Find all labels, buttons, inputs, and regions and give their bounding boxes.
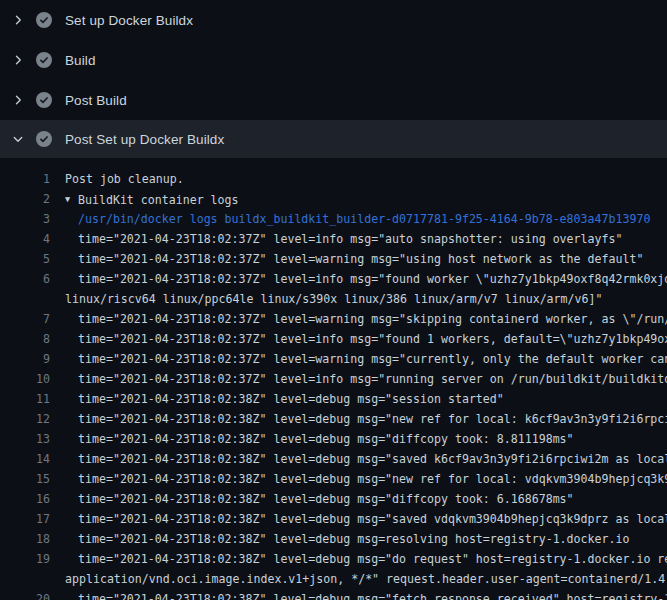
log-line: 5 time="2021-04-23T18:02:37Z" level=warn… (0, 249, 667, 269)
line-number[interactable]: 20 (0, 589, 50, 600)
line-number[interactable]: 14 (0, 449, 50, 469)
line-number[interactable]: 15 (0, 469, 50, 489)
step-header-post-set-up-docker-buildx[interactable]: Post Set up Docker Buildx (0, 120, 667, 158)
log-text: time="2021-04-23T18:02:37Z" level=info m… (78, 369, 667, 389)
log-line: 17 time="2021-04-23T18:02:38Z" level=deb… (0, 509, 667, 529)
log-line: 15 time="2021-04-23T18:02:38Z" level=deb… (0, 469, 667, 489)
log-text: time="2021-04-23T18:02:38Z" level=debug … (78, 429, 574, 449)
line-number[interactable]: 13 (0, 429, 50, 449)
log-line-continuation: application/vnd.oci.image.index.v1+json,… (0, 569, 667, 589)
log-text: time="2021-04-23T18:02:38Z" level=debug … (78, 389, 504, 409)
check-circle-icon (36, 12, 52, 28)
chevron-right-icon (10, 92, 26, 108)
line-number (0, 569, 50, 589)
log-line: 3 /usr/bin/docker logs buildx_buildkit_b… (0, 209, 667, 229)
steps-list: Set up Docker Buildx Build Post Buil (0, 0, 667, 158)
line-number[interactable]: 12 (0, 409, 50, 429)
line-number[interactable]: 5 (0, 249, 50, 269)
log-text: time="2021-04-23T18:02:37Z" level=info m… (78, 269, 667, 289)
line-number (0, 289, 50, 309)
log-line: 8 time="2021-04-23T18:02:37Z" level=info… (0, 329, 667, 349)
log-text: time="2021-04-23T18:02:38Z" level=debug … (78, 589, 667, 600)
log-line-continuation: linux/riscv64 linux/ppc64le linux/s390x … (0, 289, 667, 309)
log-text: application/vnd.oci.image.index.v1+json,… (65, 569, 667, 589)
log-line: 4 time="2021-04-23T18:02:37Z" level=info… (0, 229, 667, 249)
triangle-down-icon: ▼ (65, 189, 78, 209)
check-circle-icon (36, 131, 52, 147)
log-line: 10 time="2021-04-23T18:02:37Z" level=inf… (0, 369, 667, 389)
line-number[interactable]: 16 (0, 489, 50, 509)
line-number[interactable]: 11 (0, 389, 50, 409)
log-text: time="2021-04-23T18:02:37Z" level=warnin… (78, 349, 667, 369)
log-line: 14 time="2021-04-23T18:02:38Z" level=deb… (0, 449, 667, 469)
line-number[interactable]: 4 (0, 229, 50, 249)
step-label: Build (65, 53, 96, 68)
step-label: Post Set up Docker Buildx (65, 132, 224, 147)
line-number[interactable]: 2 (0, 189, 50, 209)
log-text: time="2021-04-23T18:02:38Z" level=debug … (78, 449, 667, 469)
step-label: Set up Docker Buildx (65, 13, 193, 28)
job-log-viewer: Set up Docker Buildx Build Post Buil (0, 0, 667, 600)
log-text: time="2021-04-23T18:02:38Z" level=debug … (78, 529, 629, 549)
step-header-set-up-docker-buildx[interactable]: Set up Docker Buildx (0, 0, 667, 40)
log-line: 7 time="2021-04-23T18:02:37Z" level=warn… (0, 309, 667, 329)
log-text: time="2021-04-23T18:02:37Z" level=warnin… (78, 309, 667, 329)
chevron-right-icon (10, 12, 26, 28)
log-line: 9 time="2021-04-23T18:02:37Z" level=warn… (0, 349, 667, 369)
log-line: 13 time="2021-04-23T18:02:38Z" level=deb… (0, 429, 667, 449)
line-number[interactable]: 10 (0, 369, 50, 389)
log-text: time="2021-04-23T18:02:37Z" level=info m… (78, 329, 667, 349)
line-number[interactable]: 7 (0, 309, 50, 329)
log-text: Post job cleanup. (65, 169, 184, 189)
log-line: 6 time="2021-04-23T18:02:37Z" level=info… (0, 269, 667, 289)
log-line: 20 time="2021-04-23T18:02:38Z" level=deb… (0, 589, 667, 600)
line-number[interactable]: 17 (0, 509, 50, 529)
log-line: 12 time="2021-04-23T18:02:38Z" level=deb… (0, 409, 667, 429)
log-line: 18 time="2021-04-23T18:02:38Z" level=deb… (0, 529, 667, 549)
log-text: time="2021-04-23T18:02:38Z" level=debug … (78, 509, 667, 529)
group-title: BuildKit container logs (78, 193, 239, 207)
log-text: ▼BuildKit container logs (65, 189, 239, 209)
log-lines: 1 Post job cleanup. 2 ▼BuildKit containe… (0, 160, 667, 600)
step-header-post-build[interactable]: Post Build (0, 80, 667, 120)
line-number[interactable]: 19 (0, 549, 50, 569)
line-number[interactable]: 8 (0, 329, 50, 349)
check-circle-icon (36, 52, 52, 68)
log-line: 16 time="2021-04-23T18:02:38Z" level=deb… (0, 489, 667, 509)
line-number[interactable]: 1 (0, 169, 50, 189)
line-number[interactable]: 6 (0, 269, 50, 289)
check-circle-icon (36, 92, 52, 108)
chevron-right-icon (10, 52, 26, 68)
log-text: time="2021-04-23T18:02:37Z" level=warnin… (78, 249, 643, 269)
log-line: 19 time="2021-04-23T18:02:38Z" level=deb… (0, 549, 667, 569)
chevron-down-icon (10, 131, 26, 147)
step-header-build[interactable]: Build (0, 40, 667, 80)
command-text: /usr/bin/docker logs buildx_buildkit_bui… (78, 209, 650, 229)
log-text: linux/riscv64 linux/ppc64le linux/s390x … (65, 289, 602, 309)
line-number[interactable]: 3 (0, 209, 50, 229)
line-number[interactable]: 9 (0, 349, 50, 369)
step-label: Post Build (65, 93, 127, 108)
log-line: 11 time="2021-04-23T18:02:38Z" level=deb… (0, 389, 667, 409)
log-text: time="2021-04-23T18:02:38Z" level=debug … (78, 549, 667, 569)
log-text: time="2021-04-23T18:02:38Z" level=debug … (78, 409, 667, 429)
log-text: time="2021-04-23T18:02:38Z" level=debug … (78, 469, 667, 489)
line-number[interactable]: 18 (0, 529, 50, 549)
log-line: 1 Post job cleanup. (0, 169, 667, 189)
log-group-toggle[interactable]: 2 ▼BuildKit container logs (0, 189, 667, 209)
log-text: time="2021-04-23T18:02:37Z" level=info m… (78, 229, 622, 249)
log-text: time="2021-04-23T18:02:38Z" level=debug … (78, 489, 574, 509)
